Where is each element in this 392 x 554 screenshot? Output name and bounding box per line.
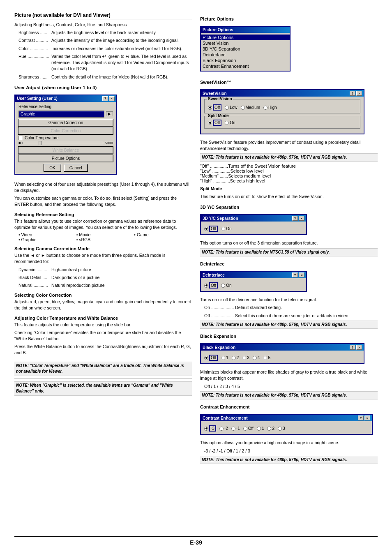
yc-help-btn[interactable]: ? bbox=[292, 216, 298, 221]
yc-on-radio[interactable]: On bbox=[221, 226, 231, 231]
ok-button[interactable]: OK bbox=[44, 164, 60, 171]
deinterlace-title: Deinterlace bbox=[200, 261, 378, 266]
temp-slider[interactable]: ■ 5000 bbox=[18, 141, 113, 145]
black-off-radio[interactable]: Off bbox=[204, 355, 218, 361]
listbox-item-picture-options[interactable]: Picture Options bbox=[201, 35, 290, 40]
deint-note: NOTE: This feature is not available for … bbox=[200, 321, 378, 329]
sweet-close-btn[interactable]: × bbox=[356, 91, 362, 96]
contrast-close-btn[interactable]: × bbox=[364, 416, 370, 420]
split-mode-label: Split Mode bbox=[207, 113, 230, 118]
contrast-off-radio[interactable]: Off bbox=[243, 426, 254, 431]
user-setting-dialog: User Setting (User 1) ? × Reference Sett… bbox=[14, 95, 117, 175]
split-on-radio[interactable]: On bbox=[225, 120, 235, 125]
color-correction-row: Color Correction bbox=[18, 127, 113, 134]
contrast-2-circle bbox=[267, 427, 271, 431]
contrast-help-btn[interactable]: ? bbox=[358, 416, 364, 420]
contrast-values: -3 / -2 / -1 / Off / 1 / 2 / 3 bbox=[204, 448, 378, 454]
slider-left-icon: ■ bbox=[18, 141, 21, 145]
contrast-1-radio[interactable]: 1 bbox=[257, 426, 264, 431]
contrast-enhancement-title: Contrast Enhancement bbox=[200, 404, 378, 409]
contrast-3-radio[interactable]: 3 bbox=[278, 426, 285, 431]
split-off-radio[interactable]: Off bbox=[208, 120, 221, 126]
color-correction-btn[interactable]: Color Correction bbox=[18, 127, 113, 134]
listbox-item-deinterlace[interactable]: Deinterlace bbox=[201, 52, 290, 58]
yc-note: NOTE: This feature is available for NTSC… bbox=[200, 248, 378, 257]
contrast-m3-radio[interactable]: -3 bbox=[204, 425, 216, 432]
yc-radio-row: Off On bbox=[204, 226, 303, 232]
black-help-btn[interactable]: ? bbox=[350, 345, 355, 350]
sweet-vision-dialog: SweetVision ? × SweetVision bbox=[200, 89, 364, 134]
listbox-item-contrast-enhancement[interactable]: Contrast Enhancement bbox=[201, 63, 290, 69]
deint-radio-row: Off On bbox=[204, 282, 303, 289]
picture-options-section: Picture Options Picture Options Picture … bbox=[200, 16, 378, 75]
sweet-low-radio[interactable]: Low bbox=[225, 105, 237, 110]
yc-off-label: Off bbox=[209, 226, 218, 232]
dialog-question-btn[interactable]: ? bbox=[102, 96, 108, 101]
sweet-note: NOTE: This feature is not available for … bbox=[200, 153, 378, 162]
sweet-vision-title-text: SweetVision bbox=[203, 91, 227, 96]
white-balance-btn[interactable]: White Balance bbox=[18, 147, 113, 154]
sweet-help-btn[interactable]: ? bbox=[350, 91, 355, 96]
contrast-m1-radio[interactable]: -1 bbox=[231, 426, 240, 431]
sweet-high-radio[interactable]: High bbox=[263, 105, 277, 110]
contrast-m3-label: -3 bbox=[209, 425, 216, 432]
listbox-item-black-expansion[interactable]: Black Expansion bbox=[201, 58, 290, 63]
picture-options-btn[interactable]: Picture Options bbox=[18, 155, 113, 162]
contrast-m2-radio[interactable]: -2 bbox=[219, 426, 228, 431]
ref-opt-game: • Game bbox=[134, 232, 192, 237]
black-2-radio[interactable]: 2 bbox=[232, 355, 239, 360]
sweet-quote-low: "Low" ............... bbox=[200, 169, 230, 173]
black-4-label: 4 bbox=[258, 355, 260, 360]
color-temp-checkbox[interactable] bbox=[18, 136, 23, 140]
sweet-low-label: Low bbox=[230, 105, 237, 110]
contrast-2-radio[interactable]: 2 bbox=[267, 426, 274, 431]
deinterlace-section: Deinterlace Deinterlace ? × Off bbox=[200, 261, 378, 329]
black-4-radio[interactable]: 4 bbox=[253, 355, 260, 360]
contrast-1-label: 1 bbox=[262, 426, 264, 431]
ref-opt-movie: • Movie bbox=[76, 232, 134, 237]
contrast-radio-row: -3 -2 -1 Of bbox=[204, 425, 369, 432]
dialog-close-btn[interactable]: × bbox=[109, 96, 115, 101]
listbox-item-sweet-vision[interactable]: Sweet Vision bbox=[201, 40, 290, 46]
sweet-split-mode-label: Split Mode bbox=[200, 186, 378, 192]
deint-on-radio[interactable]: On bbox=[221, 283, 231, 288]
sweet-medium-radio[interactable]: Medium bbox=[241, 105, 261, 110]
gamma-natural: Natural ............ Natural reproductio… bbox=[18, 282, 192, 289]
gamma-correction-btn[interactable]: Gamma Correction bbox=[18, 119, 113, 126]
contrast-off-label: Off bbox=[248, 426, 254, 431]
definition-list: Brightness ...... Adjusts the brightness… bbox=[18, 30, 192, 80]
listbox-item-3d-yc[interactable]: 3D Y/C Separation bbox=[201, 46, 290, 52]
user-setting-title-text: User Setting (User 1) bbox=[17, 96, 58, 101]
yc-close-btn[interactable]: × bbox=[299, 216, 304, 221]
black-3-radio[interactable]: 3 bbox=[242, 355, 249, 360]
def-color: Color ............... Increases or decre… bbox=[18, 46, 192, 52]
black-1-circle bbox=[221, 356, 225, 360]
black-1-radio[interactable]: 1 bbox=[221, 355, 228, 360]
contrast-para: This option allows you to provide a high… bbox=[200, 440, 378, 446]
listbox-graphic[interactable]: Graphic bbox=[19, 111, 104, 117]
yc-para: This option turns on or off the 3 dimens… bbox=[200, 240, 378, 246]
black-5-circle bbox=[263, 356, 267, 360]
sweet-medium-label: Medium bbox=[246, 105, 261, 110]
deint-off-radio[interactable]: Off bbox=[204, 282, 218, 289]
deint-help-btn[interactable]: ? bbox=[292, 272, 298, 277]
cancel-button[interactable]: Cancel bbox=[64, 164, 88, 171]
sec-color-temp-title: Adjusting Color Temperature and White Ba… bbox=[14, 316, 192, 321]
black-close-btn[interactable]: × bbox=[356, 345, 362, 350]
slider-track[interactable] bbox=[22, 142, 103, 144]
arrow-btn[interactable]: ▶ bbox=[106, 111, 113, 116]
black-expansion-titlebar: Black Expansion ? × bbox=[201, 344, 364, 351]
reference-listbox[interactable]: Graphic bbox=[18, 111, 104, 118]
deinterlace-body: Off On bbox=[201, 278, 306, 291]
slider-thumb[interactable] bbox=[39, 141, 42, 145]
yc-off-radio[interactable]: Off bbox=[204, 226, 218, 232]
color-temp-row: Color Temperature bbox=[18, 136, 113, 140]
black-5-radio[interactable]: 5 bbox=[263, 355, 270, 360]
deint-close-btn[interactable]: × bbox=[299, 272, 304, 277]
sec-gamma-body: Use the ◄ or ► buttons to choose one mod… bbox=[14, 252, 192, 265]
split-off-circle bbox=[208, 121, 212, 125]
black-values: Off / 1 / 2 / 3 / 4 / 5 bbox=[204, 383, 378, 390]
sweet-off-radio[interactable]: Off bbox=[208, 104, 221, 111]
color-temp-label: Color Temperature bbox=[25, 136, 59, 140]
contrast-note: NOTE: This feature is not available for … bbox=[200, 456, 378, 464]
